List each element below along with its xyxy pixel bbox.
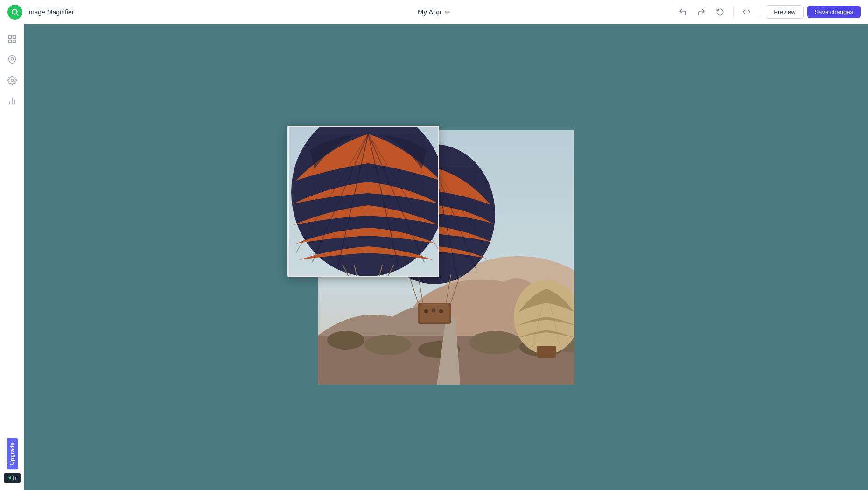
magnifier-lens xyxy=(287,126,439,277)
svg-point-36 xyxy=(424,309,428,313)
sidebar-item-settings[interactable] xyxy=(3,71,21,90)
restore-icon xyxy=(716,8,724,16)
header-right: Preview Save changes xyxy=(675,5,861,20)
header-center: My App ✏ xyxy=(418,8,450,16)
chart-icon xyxy=(7,96,17,105)
svg-point-7 xyxy=(11,79,13,82)
upgrade-badge[interactable]: Upgrade xyxy=(7,438,18,469)
restore-button[interactable] xyxy=(713,5,728,20)
settings-icon xyxy=(7,76,17,85)
svg-point-17 xyxy=(327,331,364,350)
svg-point-18 xyxy=(364,335,411,355)
svg-point-20 xyxy=(469,331,521,354)
save-changes-button[interactable]: Save changes xyxy=(807,6,861,18)
svg-rect-42 xyxy=(537,346,556,358)
project-name: My App xyxy=(418,8,441,16)
sidebar: Upgrade xyxy=(0,24,24,490)
code-button[interactable] xyxy=(739,5,754,20)
svg-rect-2 xyxy=(8,36,11,39)
redo-button[interactable] xyxy=(694,5,709,20)
header-left: Image Magnifier xyxy=(7,5,74,20)
main-canvas xyxy=(24,24,868,490)
svg-rect-11 xyxy=(13,476,14,480)
svg-rect-35 xyxy=(420,304,449,322)
sidebar-item-pin[interactable] xyxy=(3,50,21,69)
sidebar-item-grid[interactable] xyxy=(3,30,21,49)
edit-project-name-icon[interactable]: ✏ xyxy=(445,8,450,16)
app-logo xyxy=(7,5,22,20)
app-title: Image Magnifier xyxy=(27,8,74,16)
preview-button[interactable]: Preview xyxy=(766,5,803,19)
grid-icon xyxy=(7,35,17,44)
header: Image Magnifier My App ✏ xyxy=(0,0,868,24)
svg-point-37 xyxy=(432,308,435,312)
sidebar-bottom: Upgrade xyxy=(4,438,21,483)
svg-point-6 xyxy=(11,58,13,60)
magnifier-content-svg xyxy=(289,127,439,277)
svg-rect-5 xyxy=(13,40,15,43)
sidebar-item-analytics[interactable] xyxy=(3,91,21,110)
image-wrapper xyxy=(318,130,574,385)
bottom-logo-icon xyxy=(7,475,18,481)
toolbar-divider xyxy=(733,7,734,18)
redo-icon xyxy=(697,8,706,16)
svg-point-38 xyxy=(439,309,443,313)
svg-rect-12 xyxy=(15,477,16,480)
svg-rect-4 xyxy=(8,40,11,43)
logo-icon xyxy=(11,8,19,16)
undo-button[interactable] xyxy=(675,5,690,20)
svg-line-1 xyxy=(16,14,18,15)
code-icon xyxy=(742,8,751,16)
svg-rect-3 xyxy=(13,36,15,39)
bottom-logo xyxy=(4,473,21,483)
undo-icon xyxy=(679,8,687,16)
toolbar-divider2 xyxy=(760,7,760,18)
pin-icon xyxy=(7,55,17,64)
